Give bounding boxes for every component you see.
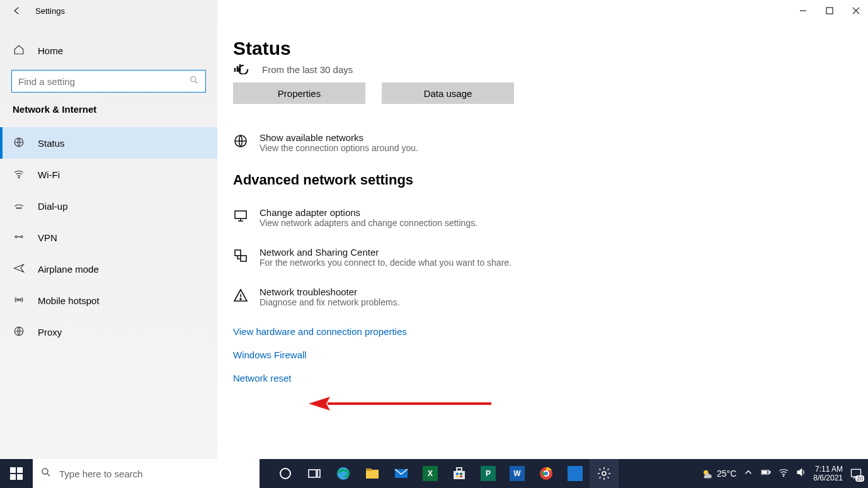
mail-icon[interactable] [387,459,416,488]
weather-icon [702,468,713,479]
search-box[interactable] [11,70,206,93]
tray-battery-icon[interactable] [760,467,772,480]
sidebar-item-label: Proxy [38,327,62,338]
svg-point-37 [602,472,606,475]
sidebar-item-label: Status [38,138,65,149]
item-title: Show available networks [260,132,418,143]
svg-rect-17 [17,467,23,473]
store-icon[interactable] [445,459,474,488]
svg-rect-40 [770,472,771,474]
item-title: Network and Sharing Center [260,247,511,258]
date: 8/6/2021 [813,474,843,482]
search-input[interactable] [18,76,189,87]
svg-point-20 [42,468,48,474]
svg-rect-23 [317,470,320,477]
section-label: Network & Internet [0,104,217,115]
sidebar-item-label: Wi-Fi [38,169,60,180]
home-icon [13,44,25,57]
item-subtitle: For the networks you connect to, decide … [260,258,511,268]
clock[interactable]: 7:11 AM 8/6/2021 [813,465,843,482]
search-icon [40,467,52,480]
airplane-icon [13,263,25,276]
taskview-icon[interactable] [300,459,329,488]
system-tray: 25°C 7:11 AM 8/6/2021 20 [702,465,868,482]
svg-point-5 [20,207,21,208]
explorer-icon[interactable] [358,459,387,488]
chrome-icon[interactable] [532,459,561,488]
svg-rect-18 [10,474,16,480]
meter-text: From the last 30 days [262,64,353,75]
close-button[interactable] [852,6,860,15]
start-button[interactable] [0,459,33,488]
svg-rect-33 [460,475,462,477]
network-icon [233,248,248,263]
sidebar-item-label: Mobile hotspot [38,295,100,306]
sidebar-item-hotspot[interactable]: Mobile hotspot [0,285,217,316]
dialup-icon [13,200,25,213]
properties-button[interactable]: Properties [233,82,365,104]
tray-wifi-icon[interactable] [778,467,789,480]
sidebar-item-status[interactable]: Status [0,127,217,159]
svg-rect-41 [763,472,767,474]
sidebar-item-airplane[interactable]: Airplane mode [0,253,217,285]
notifications-button[interactable]: 20 [849,467,863,480]
button-row: Properties Data usage [233,82,855,104]
svg-rect-26 [366,468,372,471]
back-icon[interactable] [11,5,23,16]
link-network-reset[interactable]: Network reset [233,373,855,383]
monitor-icon [233,208,248,224]
svg-point-6 [15,235,17,237]
meter-row: From the last 30 days [233,63,855,76]
taskbar-search[interactable]: Type here to search [33,459,260,488]
link-firewall[interactable]: Windows Firewall [233,349,855,360]
weather-widget[interactable]: 25°C [702,468,736,479]
tray-chevron-icon[interactable] [743,467,754,480]
titlebar: Settings [0,0,217,20]
sidebar-item-wifi[interactable]: Wi-Fi [0,159,217,190]
svg-point-8 [18,298,20,300]
search-icon [189,75,199,88]
taskbar-search-placeholder: Type here to search [59,468,143,479]
maximize-button[interactable] [825,6,834,15]
item-subtitle: Diagnose and fix network problems. [260,297,400,307]
change-adapter-item[interactable]: Change adapter options View network adap… [233,207,855,228]
sidebar-item-dialup[interactable]: Dial-up [0,190,217,222]
home-button[interactable]: Home [0,38,217,64]
tray-volume-icon[interactable] [796,467,807,480]
svg-rect-29 [457,468,462,471]
app-icon[interactable] [561,459,590,488]
cortana-icon[interactable] [271,459,300,488]
home-label: Home [38,45,63,56]
sidebar-item-label: Airplane mode [38,264,99,275]
sidebar-item-proxy[interactable]: Proxy [0,316,217,348]
window-title: Settings [35,6,65,16]
taskbar: Type here to search X P W 25°C 7:11 AM 8… [0,459,868,488]
sidebar-item-label: VPN [38,232,57,243]
settings-taskbar-icon[interactable] [590,459,619,488]
meter-icon [233,63,252,76]
svg-rect-30 [456,473,459,475]
troubleshooter-item[interactable]: Network troubleshooter Diagnose and fix … [233,287,855,307]
link-hardware[interactable]: View hardware and connection properties [233,326,855,337]
excel-icon[interactable]: X [416,459,445,488]
warning-icon [233,288,248,303]
item-subtitle: View network adapters and change connect… [260,218,477,228]
svg-point-42 [784,475,785,477]
proxy-icon [13,326,25,339]
publisher-icon[interactable]: P [474,459,503,488]
globe-icon [13,137,25,150]
svg-rect-14 [241,256,246,261]
sidebar: Settings Home Network & Internet Status … [0,0,217,459]
time: 7:11 AM [813,465,843,474]
page-title: Status [233,38,855,59]
data-usage-button[interactable]: Data usage [382,82,514,104]
svg-rect-16 [10,467,16,473]
sidebar-item-vpn[interactable]: VPN [0,222,217,253]
show-networks-item[interactable]: Show available networks View the connect… [233,132,855,153]
word-icon[interactable]: W [503,459,532,488]
globe-icon [233,133,248,149]
sharing-center-item[interactable]: Network and Sharing Center For the netwo… [233,247,855,268]
wifi-icon [13,168,25,181]
minimize-button[interactable] [799,6,808,15]
edge-icon[interactable] [329,459,358,488]
